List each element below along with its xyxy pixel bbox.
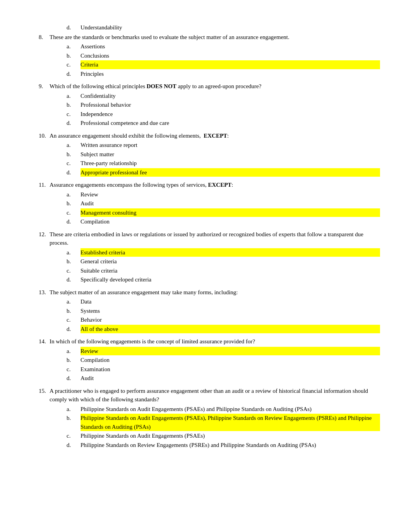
option-text: Written assurance report — [80, 141, 380, 150]
option-letter: a. — [67, 190, 80, 199]
option-text: Independence — [80, 110, 380, 119]
question-15-option-c: c. Philippine Standards on Audit Engagem… — [67, 431, 380, 440]
question-9-text: Which of the following ethical principle… — [50, 82, 380, 91]
question-11-option-b: b. Audit — [67, 199, 380, 208]
question-10-option-a: a. Written assurance report — [67, 141, 380, 150]
option-letter: a. — [67, 92, 80, 101]
option-letter: a. — [67, 347, 80, 356]
bold-does-not: DOES NOT — [147, 83, 176, 89]
question-14-options: a. Review b. Compilation c. Examination … — [39, 347, 380, 383]
option-text: Compilation — [80, 217, 380, 226]
question-11: 11. Assurance engagements encompass the … — [39, 181, 380, 226]
option-text: Confidentiality — [80, 92, 380, 101]
option-text: Philippine Standards on Audit Engagement… — [80, 431, 380, 440]
option-text: Philippine Standards on Audit Engagement… — [80, 405, 380, 414]
option-text: Subject matter — [80, 150, 380, 159]
question-10-option-c: c. Three-party relationship — [67, 159, 380, 168]
option-letter: b. — [67, 199, 80, 208]
option-text: Three-party relationship — [80, 159, 380, 168]
option-text: Data — [80, 297, 380, 306]
question-12: 12. These are criteria embodied in laws … — [39, 230, 380, 284]
question-10-text: An assurance engagement should exhibit t… — [50, 131, 380, 140]
question-14-number: 14. — [39, 337, 50, 346]
option-text: Systems — [80, 307, 380, 315]
question-15-text: A practitioner who is engaged to perform… — [50, 387, 380, 404]
option-text: Conclusions — [80, 51, 380, 60]
bold-except-11: EXCEPT — [208, 182, 231, 188]
option-text: Professional behavior — [80, 101, 380, 109]
option-text: Criteria — [80, 60, 380, 69]
question-12-text: These are criteria embodied in laws or r… — [50, 230, 380, 247]
option-letter: c. — [67, 60, 80, 69]
option-text: All of the above — [80, 325, 380, 334]
option-text: Philippine Standards on Review Engagemen… — [80, 441, 380, 450]
question-11-text: Assurance engagements encompass the foll… — [50, 181, 380, 189]
question-13-option-c: c. Behavior — [67, 315, 380, 324]
question-11-options: a. Review b. Audit c. Management consult… — [39, 190, 380, 226]
option-letter: c. — [67, 110, 80, 119]
question-13-text: The subject matter of an assurance engag… — [50, 288, 380, 297]
bold-except-10: EXCEPT — [204, 133, 227, 139]
question-9-option-b: b. Professional behavior — [67, 101, 380, 109]
question-9-number: 9. — [39, 82, 50, 91]
option-letter: d. — [67, 168, 80, 177]
option-letter: a. — [67, 297, 80, 306]
question-12-option-d: d. Specifically developed criteria — [67, 275, 380, 284]
question-8-option-b: b. Conclusions — [67, 51, 380, 60]
question-9-line: 9. Which of the following ethical princi… — [39, 82, 380, 91]
option-letter: d. — [67, 275, 80, 284]
question-15-option-a: a. Philippine Standards on Audit Engagem… — [67, 405, 380, 414]
question-11-line: 11. Assurance engagements encompass the … — [39, 181, 380, 189]
option-text-d-understandability: Understandability — [80, 23, 380, 32]
question-14-line: 14. In which of the following engagement… — [39, 337, 380, 346]
option-letter: a. — [67, 405, 80, 414]
question-14-option-d: d. Audit — [67, 374, 380, 383]
question-8-text: These are the standards or benchmarks us… — [50, 33, 380, 42]
question-12-option-a: a. Established criteria — [67, 248, 380, 257]
option-text: Assertions — [80, 42, 380, 51]
option-letter: b. — [67, 101, 80, 109]
option-text: Specifically developed criteria — [80, 275, 380, 284]
option-text: Professional competence and due care — [80, 119, 380, 128]
option-text: Review — [80, 347, 380, 356]
option-text: Audit — [80, 199, 380, 208]
option-letter: d. — [67, 441, 80, 450]
option-letter: c. — [67, 365, 80, 374]
option-letter-d-understandability: d. — [67, 23, 80, 32]
question-11-number: 11. — [39, 181, 50, 189]
question-12-line: 12. These are criteria embodied in laws … — [39, 230, 380, 247]
option-text: Compilation — [80, 356, 380, 365]
question-10-option-b: b. Subject matter — [67, 150, 380, 159]
option-text-established-criteria: Established criteria — [80, 248, 380, 257]
question-13-option-d: d. All of the above — [67, 325, 380, 334]
option-letter: b. — [67, 356, 80, 365]
question-15-options: a. Philippine Standards on Audit Engagem… — [39, 405, 380, 450]
question-14-text: In which of the following engagements is… — [50, 337, 380, 346]
question-13-line: 13. The subject matter of an assurance e… — [39, 288, 380, 297]
question-8-option-a: a. Assertions — [67, 42, 380, 51]
question-8-number: 8. — [39, 33, 50, 42]
option-text: Principles — [80, 70, 380, 78]
question-12-option-c: c. Suitable criteria — [67, 266, 380, 275]
question-9-option-c: c. Independence — [67, 110, 380, 119]
question-15: 15. A practitioner who is engaged to per… — [39, 387, 380, 450]
question-12-number: 12. — [39, 230, 50, 239]
option-letter: b. — [67, 257, 80, 266]
option-letter: d. — [67, 374, 80, 383]
question-14-option-a: a. Review — [67, 347, 380, 356]
option-letter: d. — [67, 217, 80, 226]
option-letter: d. — [67, 119, 80, 128]
option-text: Examination — [80, 365, 380, 374]
question-10-line: 10. An assurance engagement should exhib… — [39, 131, 380, 140]
question-8: 8. These are the standards or benchmarks… — [39, 33, 380, 78]
option-letter: b. — [67, 307, 80, 315]
option-letter: d. — [67, 325, 80, 334]
option-text: Philippine Standards on Audit Engagement… — [80, 414, 380, 431]
option-letter: c. — [67, 431, 80, 440]
question-10-number: 10. — [39, 131, 50, 140]
question-11-option-a: a. Review — [67, 190, 380, 199]
question-12-option-b: b. General criteria — [67, 257, 380, 266]
option-letter: c. — [67, 266, 80, 275]
question-10: 10. An assurance engagement should exhib… — [39, 131, 380, 177]
question-13-option-b: b. Systems — [67, 307, 380, 315]
